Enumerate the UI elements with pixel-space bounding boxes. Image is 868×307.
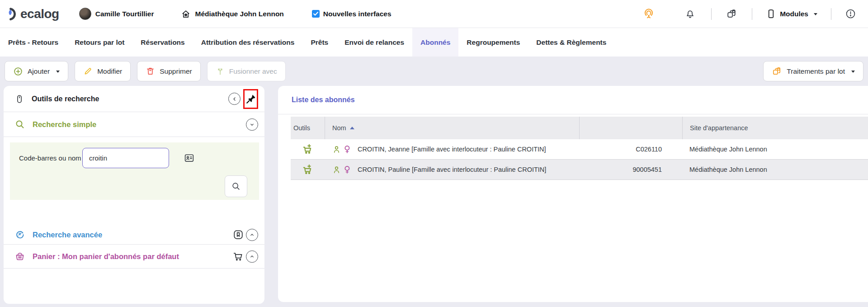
- female-icon: ♀: [344, 165, 350, 174]
- advanced-search-title: Recherche avancée: [33, 231, 102, 239]
- tab-dettes-reglements[interactable]: Dettes & Règlements: [528, 28, 614, 57]
- search-tools-panel: Outils de recherche Recherche: [4, 86, 264, 304]
- magnifier-icon: [14, 119, 25, 130]
- sort-asc-icon: [350, 127, 354, 129]
- cart-icon[interactable]: [232, 250, 245, 263]
- bell-icon[interactable]: [684, 8, 696, 19]
- column-header-nom[interactable]: Nom: [325, 117, 579, 139]
- contact-card-icon[interactable]: [184, 152, 195, 164]
- subscriber-site: Médiathèque John Lennon: [682, 146, 868, 153]
- user-avatar[interactable]: [79, 8, 91, 20]
- add-button-label: Ajouter: [28, 67, 50, 76]
- tab-envoi-relances[interactable]: Envoi de relances: [336, 28, 412, 57]
- content-area: Outils de recherche Recherche: [0, 86, 868, 307]
- edit-button-label: Modifier: [97, 67, 122, 76]
- decalog-logo-icon: [6, 7, 20, 21]
- column-header-site[interactable]: Site d'appartenance: [682, 117, 868, 139]
- subscriber-code: 90005451: [579, 166, 682, 173]
- current-site[interactable]: Médiathèque John Lennon: [181, 9, 283, 19]
- broadcast-person-icon[interactable]: [643, 8, 655, 20]
- alert-circle-icon[interactable]: [845, 8, 856, 19]
- modules-label: Modules: [780, 10, 808, 18]
- mouse-icon: [14, 94, 24, 104]
- simple-search-title: Recherche simple: [33, 120, 96, 129]
- topbar-actions: Modules: [643, 8, 856, 20]
- column-header-outils[interactable]: Outils: [291, 117, 325, 139]
- stacked-squares-icon: [772, 66, 782, 76]
- history-circle-icon: [14, 229, 25, 240]
- current-user[interactable]: Camille Tourtillier: [79, 8, 154, 20]
- subscriber-list-panel: Liste des abonnés Outils Nom Site d'appa…: [278, 86, 868, 302]
- tab-abonnes[interactable]: Abonnés: [412, 28, 458, 57]
- top-bar: ecalog Camille Tourtillier Médiathèque J…: [0, 0, 868, 28]
- delete-button-label: Supprimer: [160, 67, 192, 76]
- chevron-down-circle-icon[interactable]: [246, 118, 258, 131]
- column-header-code[interactable]: [579, 117, 682, 139]
- cart-plus-icon[interactable]: [302, 143, 314, 155]
- tab-reservations[interactable]: Réservations: [132, 28, 193, 57]
- pencil-icon: [83, 66, 93, 76]
- barcode-input[interactable]: [82, 148, 169, 168]
- logo-text: ecalog: [20, 7, 59, 21]
- subscriber-name: CROITIN, Jeanne [Famille avec interlocut…: [358, 146, 546, 153]
- house-icon: [181, 9, 191, 19]
- pin-icon[interactable]: [245, 94, 256, 104]
- delete-button[interactable]: Supprimer: [137, 61, 201, 81]
- chevron-up-circle-icon[interactable]: [246, 250, 258, 263]
- barcode-label: Code-barres ou nom: [19, 154, 82, 162]
- search-button[interactable]: [225, 175, 247, 197]
- tab-regroupements[interactable]: Regroupements: [458, 28, 528, 57]
- checkbox-checked-icon[interactable]: [312, 10, 320, 18]
- person-icon: [332, 145, 341, 154]
- user-name: Camille Tourtillier: [95, 10, 154, 18]
- edit-button[interactable]: Modifier: [75, 61, 131, 81]
- subscriber-list-header: Liste des abonnés: [278, 86, 868, 114]
- table-header-row: Outils Nom Site d'appartenance: [291, 117, 868, 139]
- caret-down-icon: [814, 13, 817, 15]
- female-icon: ♀: [344, 145, 350, 153]
- subscribers-table: Outils Nom Site d'appartenance: [291, 117, 868, 180]
- chevron-up-circle-icon[interactable]: [246, 229, 258, 241]
- advanced-search-section-header[interactable]: Recherche avancée: [4, 200, 264, 245]
- collapse-panel-button[interactable]: [228, 93, 241, 105]
- plus-circle-icon: [13, 66, 23, 76]
- tab-attribution-reservations[interactable]: Attribution des réservations: [193, 28, 303, 57]
- add-button[interactable]: Ajouter: [5, 61, 68, 81]
- modules-menu[interactable]: Modules: [766, 9, 817, 19]
- search-tools-title: Outils de recherche: [32, 95, 99, 103]
- tab-prets-retours[interactable]: Prêts - Retours: [0, 28, 66, 57]
- subscriber-list-title: Liste des abonnés: [292, 96, 355, 104]
- actions-toolbar: Ajouter Modifier Supprimer Fusionner ave…: [0, 57, 868, 86]
- merge-button[interactable]: Fusionner avec: [207, 61, 286, 81]
- pin-highlight-box: [243, 89, 258, 109]
- search-tools-header: Outils de recherche: [4, 86, 264, 112]
- tab-retours-par-lot[interactable]: Retours par lot: [66, 28, 132, 57]
- merge-icon: [216, 67, 225, 76]
- module-cube-icon: [766, 9, 776, 19]
- caret-down-icon: [851, 71, 855, 73]
- basket-icon: [14, 251, 25, 262]
- subscriber-code: C026110: [579, 146, 682, 153]
- caret-down-icon: [56, 71, 60, 73]
- trash-icon: [146, 66, 155, 76]
- simple-search-section-header[interactable]: Recherche simple: [4, 112, 264, 137]
- new-interfaces-toggle[interactable]: Nouvelles interfaces: [312, 10, 392, 18]
- batch-actions-button[interactable]: Traitements par lot: [763, 61, 863, 81]
- stacked-squares-icon[interactable]: [726, 8, 737, 19]
- decalog-logo: ecalog: [6, 7, 59, 21]
- site-name: Médiathèque John Lennon: [195, 10, 283, 18]
- basket-title: Panier : Mon panier d'abonnés par défaut: [33, 252, 179, 261]
- subscriber-name: CROITIN, Pauline [Famille avec interlocu…: [358, 166, 546, 173]
- tab-prets[interactable]: Prêts: [302, 28, 336, 57]
- basket-section-header[interactable]: Panier : Mon panier d'abonnés par défaut: [4, 245, 264, 269]
- subscriber-site: Médiathèque John Lennon: [682, 166, 868, 173]
- table-row[interactable]: ♀ CROITIN, Jeanne [Famille avec interloc…: [291, 139, 868, 160]
- simple-search-form: Code-barres ou nom: [10, 142, 259, 200]
- cart-plus-icon[interactable]: [302, 164, 314, 175]
- new-interfaces-label: Nouvelles interfaces: [323, 10, 392, 18]
- batch-actions-label: Traitements par lot: [787, 67, 845, 76]
- bookmark-square-icon[interactable]: [232, 228, 245, 241]
- module-tab-bar: Prêts - Retours Retours par lot Réservat…: [0, 28, 868, 57]
- table-row[interactable]: ♀ CROITIN, Pauline [Famille avec interlo…: [291, 160, 868, 180]
- person-icon: [332, 165, 341, 175]
